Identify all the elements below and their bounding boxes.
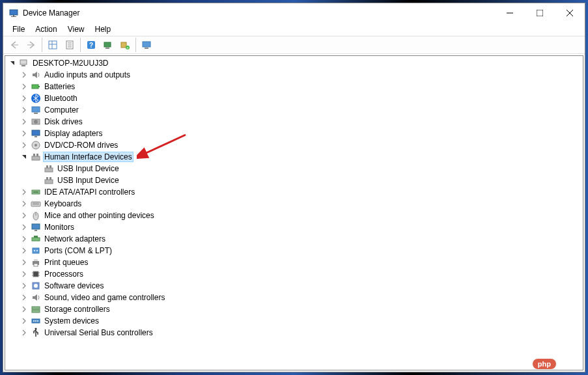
hid-icon xyxy=(44,163,54,174)
dvd-icon xyxy=(31,140,41,150)
category-node[interactable]: Network adapters xyxy=(7,233,581,245)
category-node[interactable]: DVD/CD-ROM drives xyxy=(7,139,581,151)
cpu-icon xyxy=(31,269,41,279)
svg-rect-70 xyxy=(32,310,40,312)
chevron-right-icon[interactable] xyxy=(20,82,29,91)
add-legacy-hardware-button[interactable]: + xyxy=(117,37,133,53)
close-button[interactable] xyxy=(555,3,585,23)
category-node[interactable]: Software devices xyxy=(7,280,581,292)
category-label: Batteries xyxy=(43,82,76,91)
chevron-right-icon[interactable] xyxy=(20,188,29,197)
chevron-right-icon[interactable] xyxy=(20,94,29,103)
category-node[interactable]: Ports (COM & LPT) xyxy=(7,245,581,257)
chevron-right-icon[interactable] xyxy=(20,105,29,115)
category-label: Software devices xyxy=(43,281,105,290)
device-label: USB Input Device xyxy=(56,164,120,173)
category-node[interactable]: Display adapters xyxy=(7,128,581,139)
category-node[interactable]: IDE ATA/ATAPI controllers xyxy=(7,186,581,198)
toolbar-separator xyxy=(80,38,81,52)
chevron-right-icon[interactable] xyxy=(20,129,29,138)
chevron-right-icon[interactable] xyxy=(20,70,29,79)
toolbar-separator xyxy=(135,38,136,52)
chevron-right-icon[interactable] xyxy=(20,281,29,290)
svg-rect-32 xyxy=(32,130,40,135)
chevron-right-icon[interactable] xyxy=(20,199,29,208)
category-node[interactable]: Keyboards xyxy=(7,198,581,210)
category-label: Print queues xyxy=(43,258,89,267)
category-node[interactable]: Processors xyxy=(7,268,581,280)
category-node[interactable]: System devices xyxy=(7,315,581,327)
category-node[interactable]: Print queues xyxy=(7,257,581,268)
category-node[interactable]: Universal Serial Bus controllers xyxy=(7,327,581,339)
devices-button[interactable] xyxy=(139,37,154,53)
category-label: Ports (COM & LPT) xyxy=(43,246,113,255)
bluetooth-icon xyxy=(31,93,41,104)
category-node[interactable]: Monitors xyxy=(7,221,581,233)
chevron-right-icon[interactable] xyxy=(20,270,29,279)
battery-icon xyxy=(31,81,41,92)
category-node[interactable]: Human Interface Devices xyxy=(7,151,581,163)
svg-rect-16 xyxy=(104,42,111,47)
category-node[interactable]: Storage controllers xyxy=(7,303,581,315)
usb-icon xyxy=(31,327,41,338)
chevron-right-icon[interactable] xyxy=(20,223,29,232)
svg-rect-2 xyxy=(13,15,14,16)
svg-rect-54 xyxy=(32,238,40,241)
svg-rect-53 xyxy=(35,230,37,231)
chevron-right-icon[interactable] xyxy=(20,305,29,314)
mouse-icon xyxy=(31,210,41,221)
svg-rect-26 xyxy=(38,86,40,87)
category-label: Disk drives xyxy=(43,117,84,126)
chevron-right-icon[interactable] xyxy=(20,211,29,220)
help-button[interactable]: ? xyxy=(83,37,99,53)
category-node[interactable]: Sound, video and game controllers xyxy=(7,292,581,303)
chevron-right-icon[interactable] xyxy=(20,246,29,255)
svg-rect-42 xyxy=(45,180,53,184)
chevron-right-icon[interactable] xyxy=(20,258,29,267)
category-node[interactable]: Disk drives xyxy=(7,116,581,128)
device-node[interactable]: USB Input Device xyxy=(7,163,581,174)
category-label: Storage controllers xyxy=(43,305,111,314)
maximize-button[interactable] xyxy=(525,3,555,23)
svg-rect-18 xyxy=(121,42,126,48)
category-label: Keyboards xyxy=(43,199,83,208)
category-node[interactable]: Audio inputs and outputs xyxy=(7,69,581,81)
watermark-badge: php xyxy=(533,359,556,369)
category-node[interactable]: Computer xyxy=(7,104,581,116)
chevron-down-icon[interactable] xyxy=(20,152,29,161)
keyboard-icon xyxy=(31,199,41,209)
svg-text:+: + xyxy=(126,46,129,49)
menu-file[interactable]: File xyxy=(7,24,30,35)
chevron-right-icon[interactable] xyxy=(20,141,29,150)
monitor-icon xyxy=(31,222,41,232)
category-node[interactable]: Mice and other pointing devices xyxy=(7,210,581,221)
svg-rect-37 xyxy=(33,154,35,156)
svg-rect-39 xyxy=(45,168,53,172)
scan-hardware-button[interactable] xyxy=(100,37,116,53)
menu-view[interactable]: View xyxy=(63,24,90,35)
chevron-right-icon[interactable] xyxy=(20,293,29,302)
category-node[interactable]: Bluetooth xyxy=(7,92,581,104)
chevron-down-icon[interactable] xyxy=(8,59,17,68)
forward-button xyxy=(23,37,39,53)
svg-rect-22 xyxy=(145,48,148,49)
svg-point-72 xyxy=(33,320,35,322)
root-node[interactable]: DESKTOP-M2UUJ3D xyxy=(7,57,581,69)
chevron-right-icon[interactable] xyxy=(20,316,29,326)
show-hide-console-button[interactable] xyxy=(45,37,61,53)
chevron-right-icon[interactable] xyxy=(20,117,29,126)
device-tree[interactable]: DESKTOP-M2UUJ3D Audio inputs and outputs… xyxy=(5,55,583,370)
chevron-right-icon[interactable] xyxy=(20,234,29,243)
svg-rect-46 xyxy=(33,191,38,193)
menu-help[interactable]: Help xyxy=(90,24,117,35)
minimize-button[interactable] xyxy=(495,3,525,23)
category-node[interactable]: Batteries xyxy=(7,81,581,92)
watermark-text: 中文网 xyxy=(557,358,583,370)
category-label: Bluetooth xyxy=(43,94,79,103)
chevron-right-icon[interactable] xyxy=(20,328,29,337)
svg-point-73 xyxy=(35,320,36,322)
menu-action[interactable]: Action xyxy=(30,24,62,35)
hid-icon xyxy=(44,175,54,186)
properties-button[interactable] xyxy=(62,37,77,53)
device-node[interactable]: USB Input Device xyxy=(7,174,581,186)
